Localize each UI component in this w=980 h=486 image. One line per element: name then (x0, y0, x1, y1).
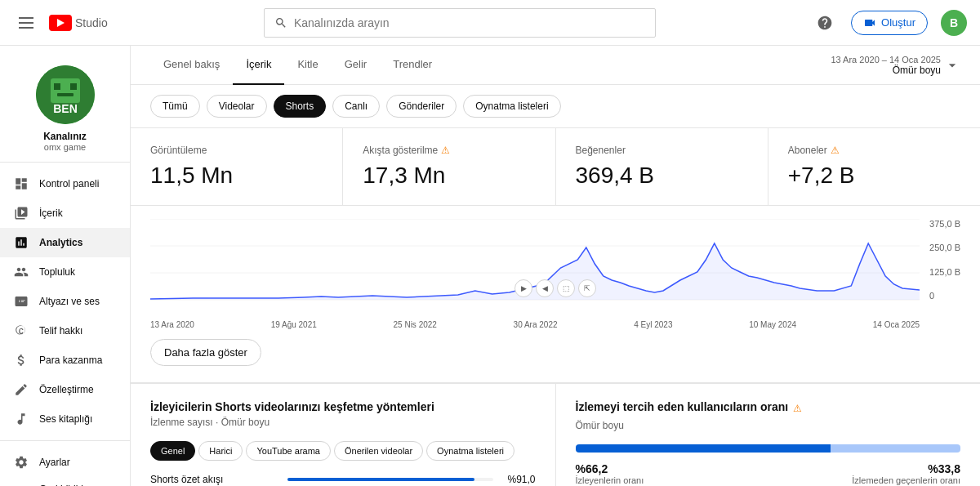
analytics-label: Analytics (39, 237, 82, 248)
copyright-label: Telif hakkı (39, 325, 82, 337)
chevron-down-icon (944, 57, 960, 74)
content-area: Genel bakış İçerik Kitle Gelir Trendler … (131, 46, 980, 486)
content-icon (13, 205, 29, 221)
avatar[interactable]: B (941, 10, 967, 36)
sidebar: BEN Kanalınız omx game Kontrol paneli İç… (0, 46, 131, 486)
sidebar-item-copyright[interactable]: Telif hakkı (0, 316, 130, 346)
filter-live[interactable]: Canlı (332, 95, 380, 118)
discovery-tab-general[interactable]: Genel (150, 441, 195, 461)
svg-rect-1 (19, 22, 33, 24)
community-icon (13, 264, 29, 280)
views-label: Görüntüleme (150, 145, 207, 156)
customize-label: Özelleştirme (39, 384, 94, 395)
search-input[interactable] (294, 16, 645, 29)
dashboard-label: Kontrol paneli (39, 178, 99, 189)
subtitle-label: Altyazı ve ses (39, 296, 100, 307)
likes-value: 369,4 B (576, 163, 748, 189)
filter-posts[interactable]: Gönderiler (386, 95, 457, 118)
tab-content[interactable]: İçerik (233, 46, 284, 85)
sidebar-item-analytics[interactable]: Analytics (0, 228, 130, 257)
sidebar-nav: Kontrol paneli İçerik Analytics (0, 163, 130, 440)
filter-tabs: Tümü Videolar Shorts Canlı Gönderiler Oy… (131, 85, 980, 128)
stats-row: Görüntüleme 11,5 Mn Akışta gösterilme ⚠ … (131, 128, 980, 206)
filter-shorts[interactable]: Shorts (274, 95, 327, 118)
tab-overview[interactable]: Genel bakış (150, 46, 233, 85)
chart-icon-1[interactable]: ▶ (514, 279, 532, 297)
svg-text:BEN: BEN (53, 102, 78, 115)
monetize-icon (13, 352, 29, 368)
sidebar-item-audiobook[interactable]: Ses kitaplığı (0, 404, 130, 434)
sidebar-item-subtitle[interactable]: Altyazı ve ses (0, 287, 130, 316)
audiobook-label: Ses kitaplığı (39, 413, 92, 425)
row0-value: %91,0 (500, 474, 536, 485)
x-label-3: 30 Ara 2022 (514, 320, 558, 329)
tab-trends[interactable]: Trendler (380, 46, 445, 85)
chart-show-more-button[interactable]: Daha fazla göster (150, 339, 261, 366)
stat-impressions: Akışta gösterilme ⚠ 17,3 Mn (343, 128, 555, 205)
discovery-tab-external[interactable]: Harici (198, 441, 243, 461)
preference-warning-icon: ⚠ (793, 403, 802, 414)
discovery-subtitle: İzlenme sayısı · Ömür boyu (150, 417, 536, 428)
date-range-dates: 13 Ara 2020 – 14 Oca 2025 (831, 55, 941, 65)
sidebar-item-monetize[interactable]: Para kazanma (0, 346, 130, 375)
skip-pct-label: İzlemeden geçenlerin oranı (852, 475, 960, 485)
discovery-tab-playlists[interactable]: Oynatma listeleri (426, 441, 514, 461)
svg-rect-5 (54, 83, 60, 90)
chart-y-axis: 375,0 B 250,0 B 125,0 B 0 (929, 219, 960, 301)
filter-playlists[interactable]: Oynatma listeleri (463, 95, 560, 118)
sidebar-item-dashboard[interactable]: Kontrol paneli (0, 169, 130, 198)
channel-avatar-img: BEN (36, 65, 95, 124)
x-label-5: 10 May 2024 (749, 320, 796, 329)
discovery-title: İzleyicilerin Shorts videolarınızı keşfe… (150, 400, 536, 413)
studio-label: Studio (75, 16, 108, 29)
x-label-6: 14 Oca 2025 (873, 320, 920, 329)
menu-button[interactable] (13, 10, 39, 36)
help-button[interactable] (812, 10, 838, 36)
y-label-2: 250,0 B (929, 243, 960, 252)
preference-stacked-bar (576, 444, 961, 453)
subtitle-icon (13, 293, 29, 310)
settings-label: Ayarlar (39, 457, 70, 468)
create-icon (863, 16, 876, 29)
discovery-filter-tabs: Genel Harici YouTube arama Önerilen vide… (150, 441, 536, 461)
discovery-tab-suggested[interactable]: Önerilen videolar (334, 441, 423, 461)
sidebar-item-feedback[interactable]: Geri bildirim gönder (0, 477, 130, 486)
channel-info: BEN Kanalınız omx game (0, 52, 130, 163)
channel-avatar: BEN (36, 65, 95, 124)
subscribers-label: Aboneler (788, 145, 827, 156)
skippers-segment (831, 444, 960, 453)
views-value: 11,5 Mn (150, 163, 323, 189)
row0-label: Shorts özet akışı (150, 474, 281, 485)
sidebar-item-community[interactable]: Topluluk (0, 257, 130, 287)
watchers-segment (576, 444, 831, 453)
stat-likes: Beğenenler 369,4 B (556, 128, 768, 205)
create-button[interactable]: Oluştur (851, 11, 928, 35)
filter-videos[interactable]: Videolar (207, 95, 267, 118)
chart-icon-2[interactable]: ◀ (536, 279, 554, 297)
settings-icon (13, 454, 29, 470)
discovery-tab-yt-search[interactable]: YouTube arama (246, 441, 330, 461)
create-label: Oluştur (881, 16, 915, 29)
filter-all[interactable]: Tümü (150, 95, 200, 118)
svg-rect-2 (19, 27, 33, 29)
y-label-max: 375,0 B (929, 219, 960, 229)
x-label-4: 4 Eyl 2023 (634, 320, 672, 329)
monetize-label: Para kazanma (39, 354, 102, 366)
tab-revenue[interactable]: Gelir (332, 46, 380, 85)
customize-icon (13, 381, 29, 398)
row0-bar-container (287, 478, 493, 481)
tab-audience[interactable]: Kitle (284, 46, 331, 85)
chart-icon-3[interactable]: ⬚ (557, 279, 575, 297)
date-range-label: Ömür boyu (831, 65, 941, 76)
watchers-pct-value: %66,2 (576, 462, 644, 475)
community-label: Topluluk (39, 266, 75, 278)
channel-handle: omx game (44, 142, 86, 152)
stat-views: Görüntüleme 11,5 Mn (131, 128, 343, 205)
sidebar-item-customize[interactable]: Özelleştirme (0, 375, 130, 404)
sidebar-item-content[interactable]: İçerik (0, 198, 130, 228)
sidebar-item-settings[interactable]: Ayarlar (0, 448, 130, 477)
dashboard-icon (13, 176, 29, 192)
discovery-panel: İzleyicilerin Shorts videolarınızı keşfe… (131, 384, 556, 486)
date-range-picker[interactable]: 13 Ara 2020 – 14 Oca 2025 Ömür boyu (831, 55, 960, 76)
chart-icon-4[interactable]: ⇱ (578, 279, 596, 297)
